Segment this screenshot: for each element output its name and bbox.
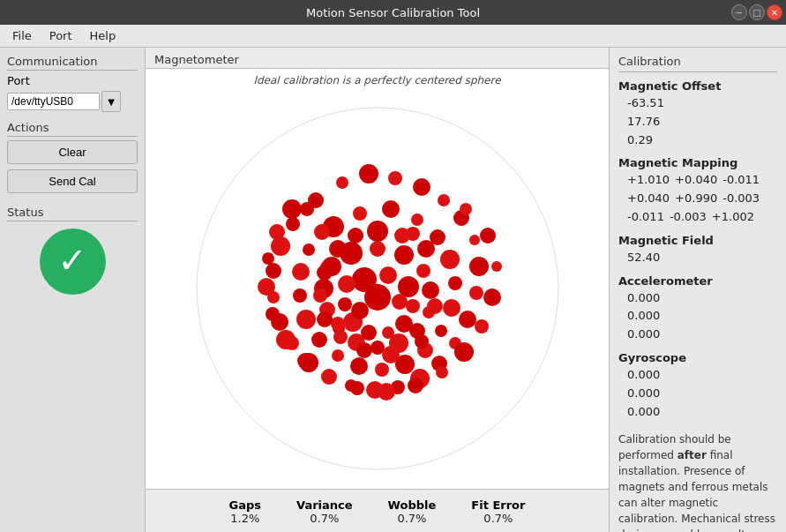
stat-variance-value: 0.7% <box>296 512 353 525</box>
calibration-header: Calibration <box>618 55 777 72</box>
stat-variance-label: Variance <box>296 498 353 512</box>
status-indicator: ✓ <box>40 229 106 295</box>
svg-point-10 <box>469 257 489 276</box>
communication-section: Communication Port ▼ <box>7 55 138 112</box>
svg-point-42 <box>296 310 316 329</box>
menu-port[interactable]: Port <box>41 27 81 44</box>
window-controls: − □ ✕ <box>731 4 782 20</box>
status-label: Status <box>7 206 138 221</box>
send-cal-button[interactable]: Send Cal <box>7 169 138 193</box>
mapping-val-20: -0.011 <box>627 208 664 227</box>
stats-bar: Gaps 1.2% Variance 0.7% Wobble 0.7% Fit … <box>146 489 609 532</box>
magnetic-offset-val-1: 17.76 <box>627 113 777 131</box>
magnetometer-sphere <box>183 94 572 483</box>
accel-val-1: 0.000 <box>627 307 777 326</box>
svg-point-106 <box>317 311 333 327</box>
svg-point-84 <box>297 353 313 369</box>
svg-point-74 <box>480 228 496 244</box>
svg-point-39 <box>350 357 368 375</box>
gyro-val-1: 0.000 <box>627 385 777 403</box>
svg-point-38 <box>375 363 389 377</box>
svg-point-75 <box>491 261 502 272</box>
svg-point-107 <box>313 288 327 303</box>
mapping-val-01: +0.040 <box>675 171 717 190</box>
svg-point-104 <box>356 342 372 358</box>
magnetic-offset-label: Magnetic Offset <box>618 79 777 93</box>
svg-point-25 <box>271 236 290 256</box>
titlebar: Motion Sensor Calibration Tool − □ ✕ <box>0 0 786 25</box>
svg-point-30 <box>411 214 423 226</box>
magnetic-mapping-values: +1.010 +0.040 -0.011 +0.040 +0.990 -0.00… <box>618 171 777 226</box>
svg-point-100 <box>417 240 435 258</box>
stat-gaps-label: Gaps <box>229 498 262 512</box>
communication-label: Communication <box>7 55 138 71</box>
gyro-val-2: 0.000 <box>627 403 777 422</box>
svg-point-89 <box>269 224 285 240</box>
svg-point-95 <box>364 284 391 311</box>
center-panel: Magnetometer Ideal calibration is a perf… <box>146 48 610 532</box>
svg-point-87 <box>258 278 275 296</box>
sidebar: Communication Port ▼ Actions Clear Send … <box>0 48 146 532</box>
clear-button[interactable]: Clear <box>7 140 138 164</box>
close-button[interactable]: ✕ <box>767 4 782 20</box>
svg-point-6 <box>413 178 430 196</box>
svg-point-46 <box>314 224 330 240</box>
mapping-val-11: +0.990 <box>675 190 717 208</box>
svg-point-72 <box>300 202 314 216</box>
mapping-val-12: -0.003 <box>722 190 760 208</box>
stat-gaps-value: 1.2% <box>229 512 262 525</box>
mapping-val-21: -0.003 <box>670 208 707 227</box>
svg-point-28 <box>353 206 367 221</box>
calibration-panel: Calibration Magnetic Offset -63.51 17.76… <box>610 48 786 532</box>
svg-point-51 <box>422 281 439 299</box>
svg-point-49 <box>394 245 414 265</box>
menu-file[interactable]: File <box>4 27 41 44</box>
svg-point-67 <box>382 326 394 339</box>
actions-section: Actions Clear Send Cal <box>7 121 138 193</box>
svg-point-4 <box>359 164 378 184</box>
svg-point-63 <box>379 266 397 284</box>
gyro-val-0: 0.000 <box>627 366 777 385</box>
svg-point-43 <box>293 288 307 303</box>
maximize-button[interactable]: □ <box>749 4 765 20</box>
svg-point-76 <box>483 288 501 306</box>
sphere-container <box>146 88 609 489</box>
note-bold: after <box>677 449 707 461</box>
svg-point-68 <box>361 325 377 341</box>
checkmark-icon: ✓ <box>57 243 87 278</box>
svg-point-91 <box>367 221 388 242</box>
svg-point-105 <box>333 330 348 344</box>
svg-point-97 <box>351 302 369 319</box>
svg-point-41 <box>311 332 327 348</box>
window-title: Motion Sensor Calibration Tool <box>7 6 779 19</box>
calibration-note: Calibration should be performed after fi… <box>618 431 777 532</box>
port-row: ▼ <box>7 91 138 112</box>
svg-point-24 <box>266 263 281 279</box>
menu-help[interactable]: Help <box>81 27 125 44</box>
svg-point-79 <box>436 366 448 378</box>
magnetic-mapping-label: Magnetic Mapping <box>618 156 777 169</box>
svg-point-5 <box>388 171 402 185</box>
svg-point-83 <box>324 371 336 384</box>
svg-point-9 <box>469 235 480 245</box>
svg-point-94 <box>331 317 345 331</box>
stat-wobble-label: Wobble <box>388 498 437 512</box>
minimize-button[interactable]: − <box>731 4 747 20</box>
port-dropdown-button[interactable]: ▼ <box>101 91 121 112</box>
svg-point-77 <box>475 319 489 333</box>
stat-fiterror: Fit Error 0.7% <box>471 498 525 525</box>
svg-point-88 <box>262 252 274 265</box>
menubar: File Port Help <box>0 25 786 48</box>
accelerometer-values: 0.000 0.000 0.000 <box>618 289 777 344</box>
svg-point-73 <box>460 203 472 215</box>
main-content: Communication Port ▼ Actions Clear Send … <box>0 48 786 532</box>
svg-point-70 <box>338 297 352 311</box>
svg-point-33 <box>448 276 462 290</box>
svg-point-32 <box>440 250 460 269</box>
magnetometer-header: Magnetometer <box>146 48 609 69</box>
port-input[interactable] <box>7 93 100 110</box>
mapping-row-1: +0.040 +0.990 -0.003 <box>627 190 777 208</box>
mapping-val-00: +1.010 <box>627 171 670 190</box>
svg-point-40 <box>332 349 344 362</box>
magnetic-field-val: 52.40 <box>627 249 777 267</box>
